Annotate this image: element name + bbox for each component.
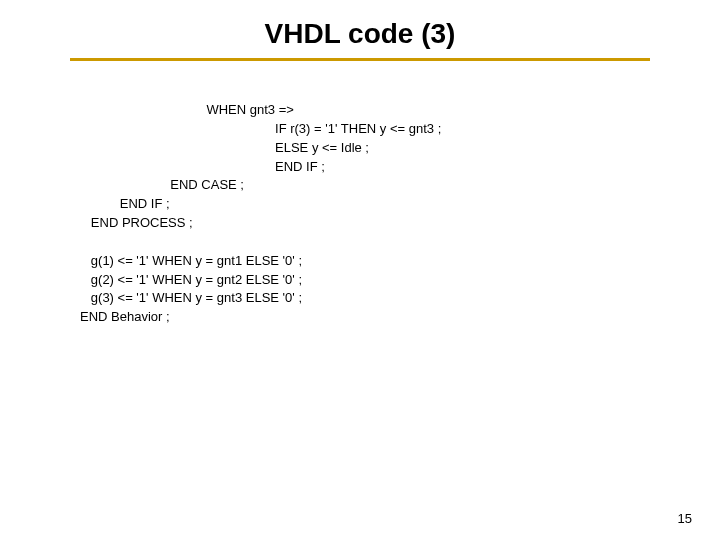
code-line: END IF ; xyxy=(80,159,325,174)
code-line: g(3) <= '1' WHEN y = gnt3 ELSE '0' ; xyxy=(80,290,302,305)
code-line: ELSE y <= Idle ; xyxy=(80,140,369,155)
code-line: g(1) <= '1' WHEN y = gnt1 ELSE '0' ; xyxy=(80,253,302,268)
code-line: WHEN gnt3 => xyxy=(80,102,294,117)
slide-container: VHDL code (3) WHEN gnt3 => IF r(3) = '1'… xyxy=(0,0,720,540)
page-number: 15 xyxy=(678,511,692,526)
code-line: END PROCESS ; xyxy=(80,215,193,230)
code-line: END IF ; xyxy=(80,196,170,211)
code-line: IF r(3) = '1' THEN y <= gnt3 ; xyxy=(80,121,441,136)
vhdl-code-block: WHEN gnt3 => IF r(3) = '1' THEN y <= gnt… xyxy=(40,101,680,327)
code-line: END CASE ; xyxy=(80,177,244,192)
title-underline xyxy=(70,58,650,61)
code-line: END Behavior ; xyxy=(80,309,170,324)
page-title: VHDL code (3) xyxy=(40,18,680,50)
code-line: g(2) <= '1' WHEN y = gnt2 ELSE '0' ; xyxy=(80,272,302,287)
